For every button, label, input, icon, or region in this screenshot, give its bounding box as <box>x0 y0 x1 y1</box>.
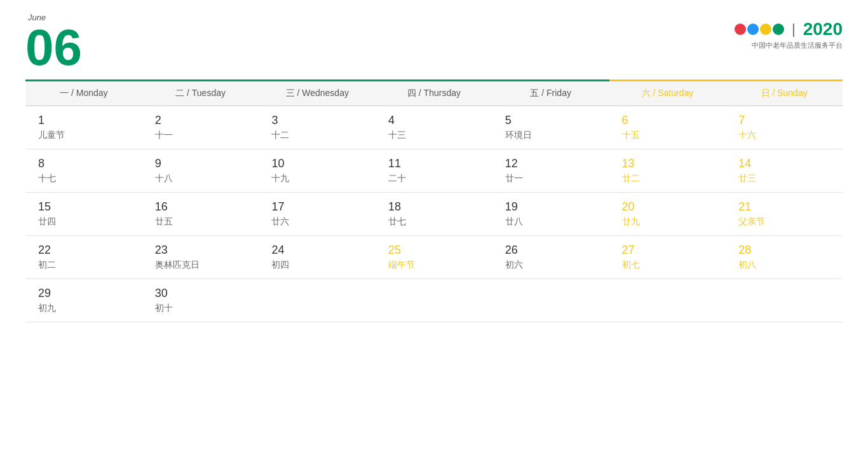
cell-day-number: 11 <box>388 157 487 170</box>
cell-day-number: 23 <box>155 244 254 257</box>
cell-day-number: 12 <box>505 157 604 170</box>
year-text: 2020 <box>803 19 843 39</box>
cell-lunar-text: 儿童节 <box>38 130 137 141</box>
calendar-cell <box>726 279 843 322</box>
cell-lunar-text: 十七 <box>38 173 137 184</box>
calendar-cell <box>376 279 492 322</box>
cell-lunar-text: 端午节 <box>388 259 487 271</box>
calendar-cell: 11二十 <box>376 149 492 193</box>
calendar-cell <box>259 279 376 322</box>
cell-day-number: 16 <box>155 200 254 214</box>
cell-lunar-text: 廿五 <box>155 216 254 228</box>
cell-day-number: 8 <box>38 157 137 170</box>
calendar-week-row: 29初九30初十 <box>25 279 843 322</box>
logo-row: | 2020 <box>735 19 843 39</box>
cell-lunar-text: 十九 <box>271 173 370 184</box>
cell-lunar-text: 廿八 <box>505 216 604 228</box>
calendar-cell: 27初七 <box>609 236 726 279</box>
header-monday: 一 / Monday <box>25 81 142 106</box>
logo-sub: 中国中老年品质生活服务平台 <box>752 41 843 50</box>
cell-lunar-text: 初八 <box>738 259 837 271</box>
calendar-cell: 26初六 <box>492 236 609 279</box>
cell-lunar-text: 廿三 <box>738 173 837 184</box>
calendar-cell: 19廿八 <box>492 193 609 236</box>
calendar-cell: 6十五 <box>609 106 726 149</box>
cell-day-number: 22 <box>38 244 137 257</box>
calendar-cell: 13廿二 <box>609 149 726 193</box>
calendar-cell <box>609 279 726 322</box>
logo-circle-b <box>747 24 759 35</box>
calendar-cell: 23奥林匹克日 <box>142 236 259 279</box>
cell-lunar-text: 初九 <box>38 303 137 314</box>
calendar-week-row: 15廿四16廿五17廿六18廿七19廿八20廿九21父亲节 <box>25 193 843 236</box>
cell-day-number: 24 <box>271 244 370 257</box>
calendar-cell: 30初十 <box>142 279 259 322</box>
cell-lunar-text: 初七 <box>622 259 721 271</box>
cell-day-number: 27 <box>622 244 721 257</box>
calendar-cell: 24初四 <box>259 236 376 279</box>
calendar-cell: 16廿五 <box>142 193 259 236</box>
cell-lunar-text: 廿九 <box>622 216 721 228</box>
cell-day-number: 25 <box>388 244 487 257</box>
cell-lunar-text: 十二 <box>271 130 370 141</box>
cell-day-number: 17 <box>271 200 370 214</box>
header-thursday: 四 / Thursday <box>376 81 492 106</box>
calendar-cell: 18廿七 <box>376 193 492 236</box>
cell-day-number: 4 <box>388 114 487 127</box>
calendar-cell: 8十七 <box>25 149 142 193</box>
calendar-cell: 9十八 <box>142 149 259 193</box>
calendar-cell <box>492 279 609 322</box>
cell-lunar-text: 父亲节 <box>738 216 837 228</box>
cell-day-number: 15 <box>38 200 137 214</box>
header-wednesday: 三 / Wednesday <box>259 81 376 106</box>
cell-lunar-text: 廿一 <box>505 173 604 184</box>
cell-day-number: 3 <box>271 114 370 127</box>
cell-day-number: 21 <box>738 200 837 214</box>
calendar-cell: 17廿六 <box>259 193 376 236</box>
cell-day-number: 29 <box>38 287 137 300</box>
logo-circle-r <box>760 24 771 35</box>
cell-day-number: 30 <box>155 287 254 300</box>
logo-circle-x <box>773 24 784 35</box>
cell-day-number: 26 <box>505 244 604 257</box>
day-number: 06 <box>25 22 82 73</box>
logo-divider: | <box>792 21 796 38</box>
header-friday: 五 / Friday <box>492 81 609 106</box>
header-tuesday: 二 / Tuesday <box>142 81 259 106</box>
calendar-cell: 20廿九 <box>609 193 726 236</box>
cell-lunar-text: 初十 <box>155 303 254 314</box>
calendar-page: June 06 | 2020 中国中老年品质生活服务平台 一 / Monday <box>0 0 868 468</box>
cell-day-number: 6 <box>622 114 721 127</box>
calendar-cell: 15廿四 <box>25 193 142 236</box>
cell-day-number: 13 <box>622 157 721 170</box>
cell-lunar-text: 奥林匹克日 <box>155 259 254 271</box>
weekday-header-row: 一 / Monday 二 / Tuesday 三 / Wednesday 四 /… <box>25 81 843 106</box>
cell-day-number: 14 <box>738 157 837 170</box>
cell-day-number: 18 <box>388 200 487 214</box>
cell-lunar-text: 初六 <box>505 259 604 271</box>
cell-lunar-text: 十一 <box>155 130 254 141</box>
calendar-cell: 22初二 <box>25 236 142 279</box>
cell-lunar-text: 十八 <box>155 173 254 184</box>
cell-lunar-text: 廿六 <box>271 216 370 228</box>
calendar-cell: 4十三 <box>376 106 492 149</box>
calendar-table: 一 / Monday 二 / Tuesday 三 / Wednesday 四 /… <box>25 79 843 322</box>
cell-lunar-text: 十五 <box>622 130 721 141</box>
header-sunday: 日 / Sunday <box>726 81 843 106</box>
cell-lunar-text: 初四 <box>271 259 370 271</box>
calendar-cell: 2十一 <box>142 106 259 149</box>
calendar-cell: 7十六 <box>726 106 843 149</box>
calendar-cell: 10十九 <box>259 149 376 193</box>
header-saturday: 六 / Saturday <box>609 81 726 106</box>
calendar-cell: 12廿一 <box>492 149 609 193</box>
cell-day-number: 19 <box>505 200 604 214</box>
cell-day-number: 28 <box>738 244 837 257</box>
cell-day-number: 10 <box>271 157 370 170</box>
calendar-cell: 28初八 <box>726 236 843 279</box>
cell-lunar-text: 廿二 <box>622 173 721 184</box>
calendar-week-row: 8十七9十八10十九11二十12廿一13廿二14廿三 <box>25 149 843 193</box>
cell-day-number: 9 <box>155 157 254 170</box>
cell-lunar-text: 十三 <box>388 130 487 141</box>
cell-lunar-text: 环境日 <box>505 130 604 141</box>
cell-lunar-text: 初二 <box>38 259 137 271</box>
